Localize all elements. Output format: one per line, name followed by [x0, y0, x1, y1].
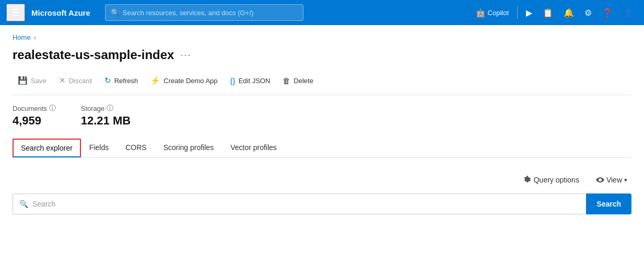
account-icon: 👤 — [623, 8, 634, 18]
documents-value: 4,959 — [13, 114, 56, 128]
global-search-box[interactable]: 🔍 — [105, 4, 303, 21]
search-box-icon: 🔍 — [19, 200, 28, 208]
page-title-row: realestate-us-sample-index ··· — [13, 48, 631, 62]
discard-label: Discard — [69, 77, 92, 85]
query-options-icon — [522, 176, 531, 184]
save-label: Save — [31, 77, 46, 85]
view-button[interactable]: View ▾ — [592, 173, 631, 187]
copilot-icon: 🤖 — [475, 8, 486, 18]
tab-search-explorer[interactable]: Search explorer — [13, 139, 81, 157]
documents-label: Documents ⓘ — [13, 104, 56, 113]
page-title: realestate-us-sample-index — [13, 48, 174, 62]
terminal-icon: ▶ — [526, 8, 532, 18]
documents-info-icon[interactable]: ⓘ — [49, 104, 56, 113]
discard-button[interactable]: ✕ Discard — [54, 73, 97, 88]
search-submit-button[interactable]: Search — [586, 193, 631, 214]
topbar: ☰ Microsoft Azure 🔍 🤖 Copilot ▶ 📋 🔔 ⚙ ❓ … — [0, 0, 644, 25]
hamburger-button[interactable]: ☰ — [6, 4, 25, 21]
query-options-label: Query options — [534, 176, 579, 184]
search-area: Query options View ▾ 🔍 Search — [13, 166, 631, 221]
save-icon: 💾 — [18, 76, 28, 85]
edit-json-button[interactable]: {} Edit JSON — [225, 73, 276, 88]
refresh-button[interactable]: ↻ Refresh — [99, 73, 144, 88]
delete-button[interactable]: 🗑 Delete — [277, 73, 319, 88]
tab-vector-profiles[interactable]: Vector profiles — [222, 138, 285, 158]
tab-scoring-profiles[interactable]: Scoring profiles — [155, 138, 223, 158]
view-label: View — [606, 176, 622, 184]
create-demo-app-button[interactable]: ⚡ Create Demo App — [145, 73, 223, 88]
documents-stat: Documents ⓘ 4,959 — [13, 104, 56, 128]
global-search-input[interactable] — [123, 9, 298, 17]
settings-button[interactable]: ⚙ — [580, 5, 596, 21]
tab-fields[interactable]: Fields — [81, 138, 117, 158]
discard-icon: ✕ — [59, 76, 66, 85]
storage-label: Storage ⓘ — [81, 104, 131, 113]
main-content: Home › realestate-us-sample-index ··· 💾 … — [0, 25, 644, 229]
topbar-actions: 🤖 Copilot ▶ 📋 🔔 ⚙ ❓ 👤 — [471, 5, 638, 21]
search-input[interactable] — [32, 200, 580, 208]
search-options-row: Query options View ▾ — [13, 173, 631, 187]
storage-info-icon[interactable]: ⓘ — [107, 104, 113, 113]
toolbar: 💾 Save ✕ Discard ↻ Refresh ⚡ Create Demo… — [13, 73, 631, 95]
terminal-button[interactable]: ▶ — [522, 5, 536, 21]
refresh-icon: ↻ — [104, 76, 111, 85]
create-demo-icon: ⚡ — [150, 76, 160, 85]
search-box: 🔍 — [13, 193, 586, 214]
settings-icon: ⚙ — [584, 8, 592, 18]
account-button[interactable]: 👤 — [619, 5, 638, 21]
query-options-button[interactable]: Query options — [518, 173, 583, 187]
notification-button[interactable]: 🔔 — [559, 5, 578, 21]
view-icon — [596, 176, 604, 184]
copilot-label: Copilot — [488, 9, 509, 17]
feedback-button[interactable]: 📋 — [538, 5, 557, 21]
create-demo-label: Create Demo App — [163, 77, 217, 85]
breadcrumb-home[interactable]: Home — [13, 33, 31, 41]
stats-row: Documents ⓘ 4,959 Storage ⓘ 12.21 MB — [13, 104, 631, 128]
delete-icon: 🗑 — [283, 76, 290, 85]
topbar-divider — [517, 6, 518, 19]
brand-label: Microsoft Azure — [31, 8, 90, 17]
refresh-label: Refresh — [114, 77, 138, 85]
edit-json-label: Edit JSON — [239, 77, 271, 85]
breadcrumb-separator: › — [34, 34, 36, 41]
storage-stat: Storage ⓘ 12.21 MB — [81, 104, 131, 128]
help-button[interactable]: ❓ — [598, 5, 617, 21]
save-button[interactable]: 💾 Save — [13, 73, 52, 88]
tab-cors[interactable]: CORS — [117, 138, 155, 158]
copilot-button[interactable]: 🤖 Copilot — [471, 5, 513, 21]
notification-icon: 🔔 — [564, 8, 574, 18]
help-icon: ❓ — [602, 8, 613, 18]
view-chevron-icon: ▾ — [624, 177, 627, 184]
edit-json-icon: {} — [230, 76, 236, 85]
delete-label: Delete — [294, 77, 313, 85]
storage-value: 12.21 MB — [81, 114, 131, 128]
breadcrumb: Home › — [13, 33, 631, 41]
search-input-row: 🔍 Search — [13, 193, 631, 214]
tabs-container: Search explorer Fields CORS Scoring prof… — [13, 138, 631, 158]
feedback-icon: 📋 — [543, 8, 553, 18]
more-options-button[interactable]: ··· — [180, 50, 191, 61]
global-search-icon: 🔍 — [111, 8, 120, 17]
